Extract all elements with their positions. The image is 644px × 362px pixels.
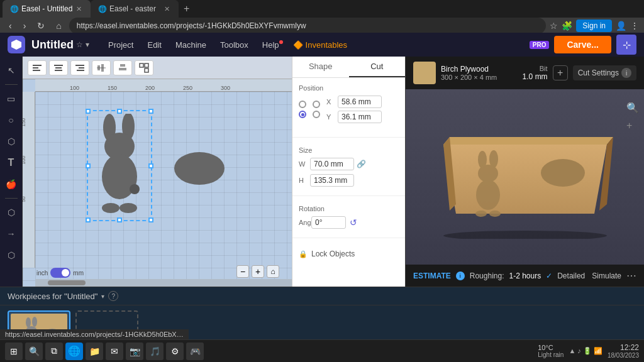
- tab-shape[interactable]: Shape: [292, 57, 349, 77]
- handle-lc[interactable]: [86, 163, 91, 168]
- taskview-button[interactable]: ⧉: [45, 343, 63, 360]
- fit-to-view-button[interactable]: ⌂: [267, 265, 279, 278]
- tool-move[interactable]: →: [3, 225, 20, 243]
- menu-inventables[interactable]: 🔶Inventables: [287, 38, 354, 52]
- radio-bottom-right[interactable]: [313, 111, 320, 118]
- refresh-button[interactable]: ↻: [33, 19, 48, 32]
- handle-tc[interactable]: [117, 109, 122, 114]
- back-button[interactable]: ‹: [5, 19, 16, 32]
- explorer-icon[interactable]: 📁: [86, 343, 103, 360]
- lock-aspect-icon[interactable]: 🔗: [357, 160, 366, 168]
- menu-edit[interactable]: Edit: [141, 38, 167, 52]
- app-icon-2[interactable]: 🎵: [146, 343, 164, 360]
- tool-select[interactable]: ↖: [3, 62, 20, 79]
- x-input[interactable]: [338, 96, 382, 108]
- app-icon-1[interactable]: 📷: [126, 343, 143, 360]
- svg-point-39: [26, 317, 31, 327]
- zoom-out-button[interactable]: −: [236, 265, 249, 278]
- handle-bl[interactable]: [86, 217, 91, 222]
- tool-text[interactable]: T: [3, 154, 20, 172]
- menu-help[interactable]: Help: [256, 38, 286, 52]
- handle-tl[interactable]: [86, 109, 91, 114]
- add-icon-preview[interactable]: +: [626, 120, 639, 131]
- scroll-thumb[interactable]: [48, 280, 86, 285]
- distribute-h-button[interactable]: [92, 60, 111, 75]
- cut-settings-button[interactable]: Cut Settings i: [573, 65, 636, 80]
- tool-rectangle[interactable]: ▭: [3, 90, 20, 107]
- zoom-in-button[interactable]: +: [252, 265, 264, 278]
- workpieces-dropdown[interactable]: ▾: [101, 293, 104, 300]
- radio-top-left[interactable]: [299, 101, 306, 108]
- profile-icon[interactable]: 👤: [616, 21, 626, 31]
- height-label: H: [299, 177, 308, 184]
- align-left-button[interactable]: [28, 60, 47, 75]
- handle-rc[interactable]: [148, 163, 153, 168]
- y-input[interactable]: [338, 111, 382, 123]
- height-input[interactable]: [310, 174, 354, 187]
- workpieces-help-icon[interactable]: ?: [108, 291, 118, 301]
- ellipse-shape-container[interactable]: [174, 151, 225, 187]
- search-icon-preview[interactable]: 🔍: [626, 102, 639, 114]
- tab-easel-easter[interactable]: 🌐 Easel - easter ✕: [91, 0, 179, 18]
- svg-rect-8: [79, 67, 84, 69]
- home-button[interactable]: ⌂: [52, 19, 65, 32]
- mail-icon[interactable]: ✉: [106, 343, 123, 360]
- tab-close-easter[interactable]: ✕: [163, 5, 171, 13]
- edge-icon[interactable]: 🌐: [65, 343, 83, 360]
- estimate-info-icon[interactable]: i: [456, 272, 465, 280]
- tab-cut[interactable]: Cut: [349, 57, 406, 77]
- new-tab-button[interactable]: +: [179, 3, 194, 14]
- tab-easel-untitled[interactable]: 🌐 Easel - Untitled ✕: [3, 0, 91, 18]
- bookmark-icon[interactable]: ☆: [550, 21, 558, 31]
- menu-project[interactable]: Project: [102, 38, 140, 52]
- tool-shape[interactable]: ⬡: [3, 133, 20, 150]
- simulate-button[interactable]: Simulate: [592, 272, 621, 280]
- tab-close-untitled[interactable]: ✕: [75, 5, 83, 13]
- group-button[interactable]: [135, 60, 153, 75]
- more-options-icon[interactable]: ⋯: [626, 270, 636, 282]
- lock-objects-row[interactable]: 🔒 Lock Objects: [299, 247, 399, 261]
- app-icon-3[interactable]: ⚙: [166, 343, 184, 360]
- ellipse-shape[interactable]: [174, 151, 225, 185]
- unit-toggle-switch[interactable]: [50, 268, 70, 278]
- tool-import[interactable]: ⬡: [3, 204, 20, 221]
- radio-bottom-left[interactable]: [299, 111, 306, 118]
- handle-tr[interactable]: [148, 109, 153, 114]
- tool-image[interactable]: 🍎: [3, 175, 20, 193]
- dropdown-icon[interactable]: ▾: [86, 40, 89, 49]
- menu-machine[interactable]: Machine: [169, 38, 213, 52]
- rotation-reset-button[interactable]: ↺: [350, 217, 357, 228]
- tool-circle[interactable]: ○: [3, 111, 20, 129]
- start-button[interactable]: ⊞: [5, 343, 23, 360]
- star-icon[interactable]: ☆: [76, 40, 83, 49]
- bit-label: Bit: [523, 65, 548, 72]
- width-input[interactable]: [310, 158, 354, 170]
- sign-in-button[interactable]: Sign in: [576, 19, 612, 32]
- address-bar[interactable]: [69, 18, 546, 34]
- app-icon-4[interactable]: 🎮: [186, 343, 204, 360]
- align-center-button[interactable]: [49, 60, 68, 75]
- canvas-wrapper[interactable]: 100 150 200 250 300 50 100 150: [23, 79, 292, 287]
- extensions-icon[interactable]: 🧩: [562, 21, 572, 31]
- align-right-button[interactable]: [70, 60, 89, 75]
- canvas-content[interactable]: [35, 92, 292, 268]
- angle-input[interactable]: [311, 216, 346, 229]
- radio-top-right[interactable]: [313, 101, 320, 108]
- search-taskbar-button[interactable]: 🔍: [25, 343, 43, 360]
- horizontal-scrollbar[interactable]: [35, 279, 292, 287]
- toggle-knob: [62, 269, 69, 277]
- distribute-v-button[interactable]: [113, 60, 132, 75]
- add-material-button[interactable]: +: [553, 65, 568, 80]
- handle-bc[interactable]: [117, 217, 122, 222]
- forward-button[interactable]: ›: [19, 19, 30, 32]
- menu-toolbox[interactable]: Toolbox: [214, 38, 255, 52]
- selected-shape-container[interactable]: [91, 114, 148, 217]
- menu-icon[interactable]: ⋮: [630, 21, 639, 31]
- handle-br[interactable]: [148, 217, 153, 222]
- ruler-vtick-100: 100: [23, 156, 26, 164]
- tool-flip[interactable]: ⬡: [3, 246, 20, 264]
- carve-button[interactable]: Carve...: [554, 36, 611, 53]
- position-xy: X Y: [326, 96, 382, 123]
- cursor-button[interactable]: ⊹: [616, 35, 636, 55]
- size-section: Size W 🔗 H: [292, 140, 405, 193]
